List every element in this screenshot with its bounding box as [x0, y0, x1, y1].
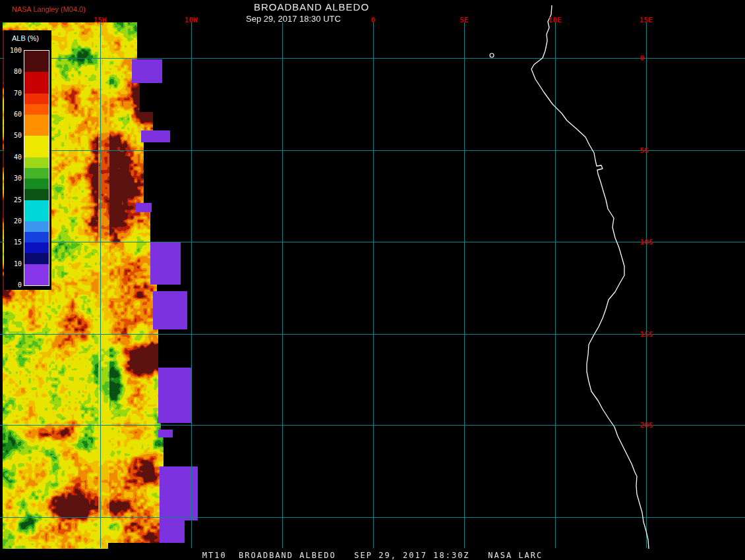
footer-caption: MT10 BROADBAND ALBEDO SEP 29, 2017 18:30… [0, 551, 745, 560]
colorbar-tick-50: 50 [6, 132, 22, 139]
colorbar-tick-80: 80 [6, 68, 22, 75]
lon-label-0: 0 [371, 16, 376, 24]
longitude-axis-labels: 15W10W05E10E15E [0, 16, 745, 24]
colorbar-tick-labels: 100807060504030252015100 [4, 30, 51, 290]
colorbar-tick-70: 70 [6, 90, 22, 97]
lon-label-15E: 15E [640, 16, 653, 24]
colorbar-tick-20: 20 [6, 217, 22, 225]
lon-label-5E: 5E [460, 16, 468, 24]
colorbar-tick-40: 40 [6, 154, 22, 161]
page-title: BROADBAND ALBEDO [0, 1, 623, 13]
island-outline [490, 53, 494, 57]
colorbar-tick-10: 10 [6, 260, 22, 267]
lon-label-10E: 10E [549, 16, 562, 24]
colorbar-tick-60: 60 [6, 111, 22, 118]
colorbar-tick-0: 0 [6, 281, 22, 289]
colorbar-tick-100: 100 [6, 47, 22, 54]
lon-label-10W: 10W [185, 16, 198, 24]
colorbar-legend: ALB (%) 100807060504030252015100 [4, 30, 51, 290]
albedo-map-stage: NASA Langley (M04.0) BROADBAND ALBEDO Se… [0, 0, 745, 560]
lon-label-15W: 15W [94, 16, 107, 24]
colorbar-tick-25: 25 [6, 196, 22, 204]
africa-west-coastline [531, 5, 649, 549]
graticule-coastline-overlay [0, 0, 745, 560]
colorbar-tick-15: 15 [6, 238, 22, 246]
colorbar-tick-30: 30 [6, 175, 22, 182]
